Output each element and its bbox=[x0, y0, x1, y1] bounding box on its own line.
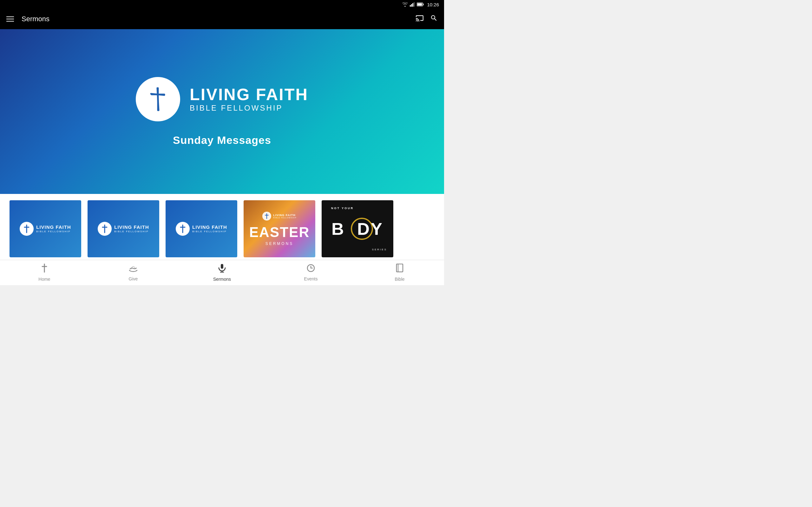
events-clock-icon bbox=[307, 264, 315, 274]
menu-line-3 bbox=[6, 21, 14, 21]
sermons-mic-icon bbox=[218, 264, 226, 275]
home-label: Home bbox=[38, 277, 50, 282]
card-1-logo-main: LIVING FAITH bbox=[36, 225, 71, 230]
easter-logo-text-main: LIVING FAITH bbox=[273, 214, 296, 217]
wifi-icon bbox=[402, 2, 408, 7]
sermon-card-1[interactable]: LIVING FAITH BIBLE FELLOWSHIP bbox=[9, 200, 81, 257]
card-1-logo-sub: BIBLE FELLOWSHIP bbox=[36, 230, 71, 233]
logo-text: LIVING FAITH BIBLE FELLOWSHIP bbox=[190, 86, 308, 112]
bible-label: Bible bbox=[395, 277, 404, 282]
sermon-card-2[interactable]: LIVING FAITH BIBLE FELLOWSHIP bbox=[88, 200, 159, 257]
search-button[interactable] bbox=[430, 14, 438, 24]
card-3-logo-sub: BIBLE FELLOWSHIP bbox=[192, 230, 227, 233]
svg-rect-27 bbox=[397, 264, 403, 272]
give-hands-icon bbox=[129, 265, 138, 272]
hero-subtitle: Sunday Messages bbox=[173, 134, 271, 147]
svg-rect-2 bbox=[412, 3, 413, 7]
card-3-logo-main: LIVING FAITH bbox=[192, 225, 227, 230]
card-1-cross-icon bbox=[23, 224, 30, 233]
easter-logo-text-sub: BIBLE FELLOWSHIP bbox=[273, 217, 296, 219]
card-1-logo-text: LIVING FAITH BIBLE FELLOWSHIP bbox=[36, 225, 71, 233]
events-label: Events bbox=[304, 276, 318, 281]
bible-icon-svg bbox=[396, 264, 403, 273]
cast-button[interactable] bbox=[415, 14, 424, 23]
nav-home[interactable]: Home bbox=[0, 264, 89, 282]
app-bar-title: Sermons bbox=[21, 15, 415, 23]
svg-rect-21 bbox=[221, 264, 223, 269]
card-1-logo: LIVING FAITH BIBLE FELLOWSHIP bbox=[20, 222, 71, 236]
not-your-text: NOT YOUR bbox=[331, 207, 354, 210]
card-3-logo-text: LIVING FAITH BIBLE FELLOWSHIP bbox=[192, 225, 227, 233]
menu-line-1 bbox=[6, 16, 14, 17]
card-2-logo-sub: BIBLE FELLOWSHIP bbox=[114, 230, 149, 233]
body-series-title: B DY bbox=[332, 219, 384, 239]
hero-cross-icon bbox=[148, 87, 167, 112]
easter-cross-icon bbox=[264, 213, 269, 219]
hero-logo: LIVING FAITH BIBLE FELLOWSHIP bbox=[136, 77, 308, 121]
svg-rect-5 bbox=[417, 3, 422, 6]
easter-cross-circle bbox=[262, 212, 271, 221]
nav-give[interactable]: Give bbox=[89, 264, 177, 281]
bottom-nav: Home Give Sermons bbox=[0, 260, 444, 285]
hero-banner: LIVING FAITH BIBLE FELLOWSHIP Sunday Mes… bbox=[0, 29, 444, 194]
sermon-card-3[interactable]: LIVING FAITH BIBLE FELLOWSHIP bbox=[165, 200, 237, 257]
sermons-icon-svg bbox=[218, 264, 226, 273]
menu-line-2 bbox=[6, 19, 14, 19]
card-1-cross-circle bbox=[20, 222, 34, 236]
svg-rect-6 bbox=[423, 4, 424, 5]
app-bar: Sermons bbox=[0, 9, 444, 29]
sermon-card-4-easter[interactable]: LIVING FAITH BIBLE FELLOWSHIP EASTER SER… bbox=[244, 200, 315, 257]
logo-main-text: LIVING FAITH bbox=[190, 86, 308, 104]
logo-sub-text: BIBLE FELLOWSHIP bbox=[190, 104, 308, 112]
give-icon bbox=[129, 264, 138, 274]
give-label: Give bbox=[129, 276, 138, 281]
nav-events[interactable]: Events bbox=[266, 264, 355, 281]
card-3-cross-icon bbox=[179, 224, 186, 233]
nav-bible[interactable]: Bible bbox=[355, 264, 444, 282]
status-bar: 10:26 bbox=[0, 0, 444, 9]
sermons-label: Sermons bbox=[213, 277, 231, 282]
easter-small-logo-text: LIVING FAITH BIBLE FELLOWSHIP bbox=[273, 214, 296, 219]
signal-icon bbox=[410, 2, 415, 7]
nav-sermons[interactable]: Sermons bbox=[177, 264, 266, 282]
home-cross-icon bbox=[41, 264, 48, 275]
app-bar-actions bbox=[415, 14, 438, 24]
svg-rect-1 bbox=[411, 4, 412, 7]
card-2-cross-circle bbox=[98, 222, 112, 236]
sermon-cards-area: LIVING FAITH BIBLE FELLOWSHIP LIVING FAI… bbox=[0, 194, 444, 260]
logo-circle bbox=[136, 77, 180, 121]
search-icon bbox=[430, 14, 438, 22]
cast-icon bbox=[415, 14, 424, 21]
easter-title: EASTER bbox=[249, 224, 310, 240]
card-3-cross-circle bbox=[176, 222, 190, 236]
time-display: 10:26 bbox=[427, 2, 439, 7]
home-icon-svg bbox=[41, 264, 48, 273]
easter-logo-small: LIVING FAITH BIBLE FELLOWSHIP bbox=[262, 212, 296, 221]
menu-button[interactable] bbox=[6, 16, 14, 21]
status-icons: 10:26 bbox=[402, 2, 439, 7]
easter-sermons-label: SERMONS bbox=[265, 241, 294, 246]
card-2-logo-text: LIVING FAITH BIBLE FELLOWSHIP bbox=[114, 225, 149, 233]
sermon-card-5-body[interactable]: NOT YOUR B DY SERIES bbox=[322, 200, 393, 257]
battery-icon bbox=[417, 3, 424, 6]
card-2-cross-icon bbox=[101, 224, 108, 233]
easter-card-content: LIVING FAITH BIBLE FELLOWSHIP EASTER SER… bbox=[249, 212, 310, 246]
card-3-logo: LIVING FAITH BIBLE FELLOWSHIP bbox=[176, 222, 227, 236]
bible-book-icon bbox=[396, 264, 403, 275]
series-text: SERIES bbox=[372, 248, 387, 251]
svg-rect-0 bbox=[410, 5, 411, 7]
card-2-logo-main: LIVING FAITH bbox=[114, 225, 149, 230]
svg-rect-3 bbox=[414, 2, 415, 7]
events-icon-svg bbox=[307, 264, 315, 272]
card-2-logo: LIVING FAITH BIBLE FELLOWSHIP bbox=[98, 222, 149, 236]
